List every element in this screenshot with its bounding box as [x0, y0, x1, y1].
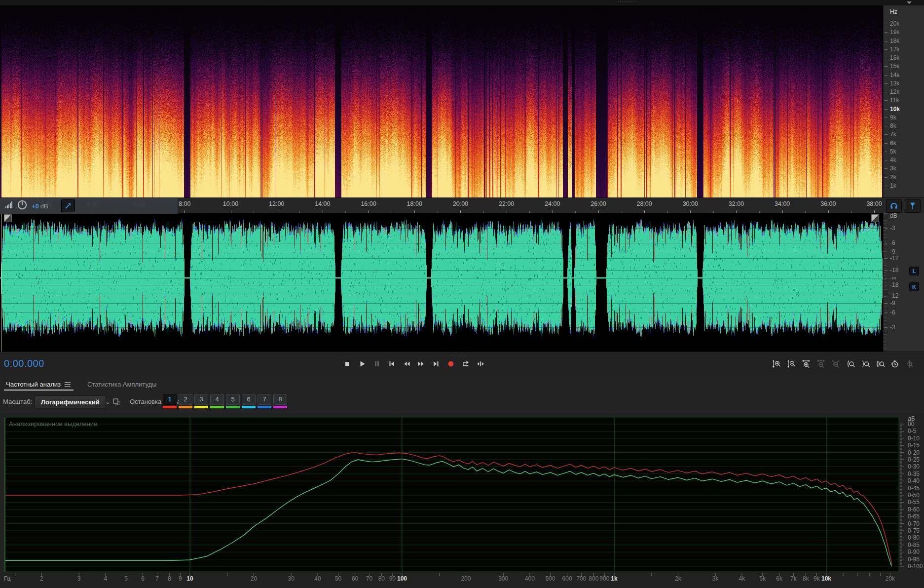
loop-playback-button[interactable]	[461, 358, 471, 369]
svg-text:10: 10	[186, 575, 193, 582]
zoom-in-at-out-point-button[interactable]	[860, 358, 870, 369]
svg-text:5k: 5k	[759, 575, 766, 582]
timeline-label: 16:00	[361, 200, 376, 207]
frequency-tick-label: 8k	[890, 122, 896, 129]
frame-hold-button-7[interactable]: 7	[258, 394, 271, 408]
amplitude-tick-label: -3	[890, 225, 895, 232]
frequency-tick-label: 7k	[890, 131, 896, 138]
timeline-label: 28:00	[636, 200, 652, 207]
waveform-panel: dB-3-6-9-12-18-∞-18-12-9-6-3LK	[0, 213, 924, 352]
transport-bar: ········· 0:00.000	[0, 352, 924, 377]
svg-text:8: 8	[168, 575, 171, 582]
amplitude-tick-label: -12	[890, 292, 898, 299]
skip-to-end-button[interactable]	[431, 358, 441, 369]
frame-hold-button-1[interactable]: 1	[163, 394, 177, 408]
svg-text:3k: 3k	[712, 575, 719, 582]
zoom-in-at-in-point-button[interactable]	[846, 358, 855, 369]
frame-hold-color-strip	[258, 406, 271, 408]
pin-marker-button[interactable]	[905, 199, 921, 213]
svg-text:Гц: Гц	[4, 575, 10, 582]
pin-tool-button[interactable]	[61, 199, 75, 212]
frame-hold-buttons: 12345678	[163, 394, 287, 408]
skip-to-start-button[interactable]	[387, 358, 397, 369]
play-button[interactable]	[357, 358, 367, 369]
playhead-time-display[interactable]: 0:00.000	[4, 358, 44, 369]
frame-hold-color-strip	[226, 406, 240, 408]
zoom-out-horizontal-button[interactable]	[816, 358, 826, 369]
frequency-tick-label: 14k	[890, 72, 899, 78]
svg-text:9k: 9k	[813, 575, 820, 582]
fast-forward-button[interactable]	[416, 358, 426, 369]
waveform-canvas[interactable]	[0, 213, 883, 352]
amplitude-tick-label: -12	[890, 255, 898, 262]
panel-menu-icon[interactable]	[65, 381, 71, 388]
spectrogram-canvas[interactable]	[0, 5, 883, 197]
frame-hold-button-3[interactable]: 3	[194, 394, 208, 408]
channel-badge-l[interactable]: L	[909, 267, 919, 275]
fade-in-handle[interactable]	[4, 214, 12, 222]
pause-button[interactable]	[372, 358, 382, 369]
scale-label: Масштаб:	[3, 398, 32, 405]
tab-amplitude-statistics[interactable]: Статистика Амплитуды	[87, 378, 156, 391]
frame-hold-button-label: 3	[194, 394, 208, 405]
zoom-at-playhead-button[interactable]	[905, 358, 915, 369]
record-button[interactable]	[446, 358, 456, 369]
zoom-in-vertical-button[interactable]	[772, 358, 781, 369]
zoom-out-vertical-button[interactable]	[786, 358, 796, 369]
amplitude-scale[interactable]: dB-3-6-9-12-18-∞-18-12-9-6-3LK	[883, 213, 924, 352]
svg-text:0-55: 0-55	[908, 499, 920, 506]
timeline-right-buttons	[886, 199, 921, 213]
svg-text:800: 800	[589, 575, 598, 582]
timeline-label: 10:00	[223, 200, 238, 207]
svg-text:7: 7	[155, 575, 159, 582]
spectral-display-panel: Hz20k19k18k17k16k15k14k13k12k11k10k9k8k7…	[0, 5, 924, 197]
restore-zoom-button[interactable]	[890, 358, 900, 369]
headphones-monitor-button[interactable]	[886, 199, 902, 213]
frequency-tick-label: 16k	[890, 54, 899, 61]
frame-hold-button-label: 7	[258, 394, 271, 405]
svg-text:700: 700	[576, 575, 586, 582]
frequency-tick-label: 18k	[890, 38, 899, 44]
rewind-button[interactable]	[402, 358, 411, 369]
svg-text:0-45: 0-45	[908, 485, 920, 492]
svg-text:90: 90	[389, 575, 396, 582]
frame-hold-button-2[interactable]: 2	[179, 394, 192, 408]
svg-text:20k: 20k	[886, 575, 895, 582]
amplitude-unit-label: dB	[890, 212, 897, 219]
copy-data-button[interactable]	[111, 396, 122, 407]
frame-hold-button-6[interactable]: 6	[242, 394, 256, 408]
amplitude-tick-label: -3	[890, 324, 895, 331]
stop-button[interactable]	[342, 358, 352, 369]
svg-text:0-5: 0-5	[908, 428, 917, 434]
frame-hold-button-4[interactable]: 4	[210, 394, 224, 408]
frame-hold-button-5[interactable]: 5	[226, 394, 240, 408]
zoom-in-horizontal-button[interactable]	[801, 358, 811, 369]
fade-out-handle[interactable]	[871, 214, 879, 222]
scale-dropdown[interactable]: Логарифмический ⌄	[35, 395, 106, 409]
zoom-to-selection-button[interactable]	[875, 358, 885, 369]
frame-hold-button-label: 5	[226, 394, 240, 405]
panel-drag-handle[interactable]: ·········	[618, 0, 637, 4]
timeline-ruler[interactable]: 2:004:006:008:0010:0012:0014:0016:0018:0…	[0, 197, 924, 214]
svg-text:3: 3	[77, 575, 81, 582]
skip-selection-button[interactable]	[476, 358, 485, 369]
svg-text:30: 30	[288, 575, 295, 582]
frame-hold-button-label: 6	[242, 394, 256, 405]
svg-text:0-75: 0-75	[908, 527, 920, 534]
channel-badge-k[interactable]: K	[909, 282, 919, 291]
timeline-label: 26:00	[591, 200, 606, 207]
gain-value[interactable]: +0	[32, 202, 39, 210]
frequency-analysis-controls: Масштаб: Логарифмический ⌄ Остановка кад…	[0, 392, 924, 414]
panel-menu-icon[interactable]	[907, 1, 912, 4]
transport-buttons	[342, 358, 485, 369]
hud-toolbar: +0 dB	[0, 198, 178, 214]
svg-text:40: 40	[314, 575, 321, 582]
zoom-reset-button[interactable]	[831, 358, 841, 369]
frequency-scale[interactable]: Hz20k19k18k17k16k15k14k13k12k11k10k9k8k7…	[883, 5, 924, 197]
tab-frequency-analysis[interactable]: Частотный анализ	[6, 378, 71, 391]
frame-hold-button-8[interactable]: 8	[273, 394, 287, 408]
timeline-label: 18:00	[407, 200, 422, 207]
svg-text:0-15: 0-15	[908, 442, 920, 449]
transport-drag-handle[interactable]: ·········	[449, 353, 468, 358]
svg-text:0-25: 0-25	[908, 456, 920, 463]
